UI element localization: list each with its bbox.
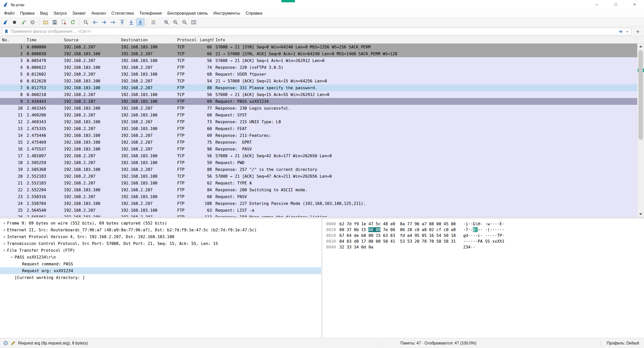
packet-list-scrollbar[interactable] [637, 44, 644, 217]
open-file-icon[interactable] [42, 18, 50, 26]
menu-item-edit[interactable]: Правка [17, 9, 37, 17]
menu-item-statistics[interactable]: Статистика [109, 9, 137, 17]
packet-row-8[interactable]: 80.060210192.168.2.207192.168.103.100TCP… [0, 91, 637, 98]
detail-row-8[interactable]: [Current working directory: ] [0, 274, 321, 281]
scroll-up-icon[interactable] [637, 44, 644, 49]
packet-row-19[interactable]: 192.505368192.168.103.100192.168.2.207FT… [0, 166, 637, 173]
menu-item-view[interactable]: Вид [37, 9, 51, 17]
hex-row[interactable]: 0000b2 7d f9 1e 47 5c 48 a9 8a 77 96 a7 … [326, 221, 644, 227]
menu-item-help[interactable]: Справка [243, 9, 265, 17]
display-filter-input[interactable] [11, 29, 616, 34]
column-header-protocol[interactable]: Protocol [176, 36, 200, 43]
packet-row-24[interactable]: 242.558704192.168.103.100192.168.2.207FT… [0, 200, 637, 207]
packet-row-2[interactable]: 20.000030192.168.103.100192.168.2.207TCP… [0, 50, 637, 57]
packet-row-13[interactable]: 132.475335192.168.2.207192.168.103.100FT… [0, 125, 637, 132]
zoom-100-icon[interactable]: 1:1 [180, 18, 189, 26]
packet-row-20[interactable]: 202.552183192.168.2.207192.168.103.100TC… [0, 173, 637, 180]
zoom-out-icon[interactable] [171, 18, 180, 26]
column-header-destination[interactable]: Destination [120, 36, 176, 43]
packet-row-12[interactable]: 122.469343192.168.103.100192.168.2.207FT… [0, 118, 637, 125]
maximize-button[interactable]: □ [606, 0, 625, 9]
expander-icon[interactable]: › [2, 233, 7, 240]
packet-row-11[interactable]: 112.469206192.168.2.207192.168.103.100FT… [0, 112, 637, 118]
packet-row-21[interactable]: 212.552183192.168.2.207192.168.103.100FT… [0, 180, 637, 186]
expander-icon[interactable]: › [1, 248, 8, 253]
packet-row-9[interactable]: 92.434443192.168.2.207192.168.103.100FTP… [0, 98, 637, 105]
detail-row-5[interactable]: ›PASS xxXX1234\r\n [0, 254, 321, 261]
menu-item-tools[interactable]: Инструменты [211, 9, 243, 17]
packet-row-16[interactable]: 162.475537192.168.103.100192.168.2.207FT… [0, 146, 637, 152]
hex-row[interactable]: 004032 33 34 0d 0a234·· [326, 244, 644, 250]
packet-row-23[interactable]: 232.558316192.168.2.207192.168.103.100FT… [0, 193, 637, 200]
packet-row-1[interactable]: 10.000000192.168.2.207192.168.103.100TCP… [0, 44, 637, 50]
detail-row-3[interactable]: ›Transmission Control Protocol, Src Port… [0, 240, 321, 247]
scrollbar-thumb[interactable] [638, 50, 643, 140]
packet-row-3[interactable]: 30.005479192.168.2.207192.168.103.100TCP… [0, 57, 637, 64]
column-header-no[interactable]: No. [0, 36, 25, 43]
stop-capture-icon[interactable] [10, 18, 19, 26]
restart-capture-icon[interactable] [19, 18, 28, 26]
minimize-button[interactable]: – [587, 0, 606, 9]
menu-item-go[interactable]: Запуск [51, 9, 69, 17]
detail-row-1[interactable]: ›Ethernet II, Src: Routerboardc_77:96:a7… [0, 227, 321, 233]
hex-row[interactable]: 002067 64 de b0 00 15 63 83 fd a4 95 05 … [326, 233, 644, 238]
column-header-source[interactable]: Source [62, 36, 120, 43]
menu-item-wireless[interactable]: Беспроводная связь [165, 9, 211, 17]
filter-dropdown-icon[interactable] [625, 29, 629, 34]
auto-scroll-icon[interactable] [136, 18, 144, 26]
resize-columns-icon[interactable] [190, 18, 198, 26]
find-packet-icon[interactable] [82, 18, 90, 26]
capture-comment-icon[interactable] [11, 340, 16, 346]
colorize-icon[interactable] [149, 18, 158, 26]
hex-row[interactable]: 003004 03 d0 17 00 00 50 41 53 53 20 78 … [326, 238, 644, 244]
packet-row-4[interactable]: 40.006622192.168.103.100192.168.2.207FTP… [0, 64, 637, 71]
packet-row-18[interactable]: 182.505259192.168.2.207192.168.103.100FT… [0, 159, 637, 166]
menu-item-analyze[interactable]: Анализ [89, 9, 108, 17]
scroll-down-icon[interactable] [637, 211, 644, 217]
menu-item-file[interactable]: Файл [1, 9, 17, 17]
packet-row-6[interactable]: 60.012628192.168.103.100192.168.2.207TCP… [0, 78, 637, 84]
packet-cell: TCP [176, 57, 200, 64]
packet-row-22[interactable]: 222.552294192.168.103.100192.168.2.207FT… [0, 186, 637, 193]
detail-row-2[interactable]: ›Internet Protocol Version 4, Src: 192.1… [0, 233, 321, 240]
go-to-last-icon[interactable] [127, 18, 135, 26]
packet-row-15[interactable]: 152.475469192.168.103.100192.168.2.207FT… [0, 139, 637, 146]
reload-file-icon[interactable] [69, 18, 77, 26]
expander-icon[interactable]: › [2, 240, 7, 247]
column-header-length[interactable]: Length [200, 36, 214, 43]
packet-row-14[interactable]: 142.475446192.168.103.100192.168.2.207FT… [0, 132, 637, 139]
capture-options-icon[interactable] [28, 18, 37, 26]
go-to-first-icon[interactable] [118, 18, 126, 26]
close-button[interactable]: × [625, 0, 644, 9]
go-forward-icon[interactable] [100, 18, 108, 26]
status-profile[interactable]: Профиль: Default [603, 341, 641, 345]
add-filter-button[interactable] [633, 28, 642, 35]
column-header-info[interactable]: Info [214, 36, 637, 43]
expander-icon[interactable]: › [9, 255, 15, 260]
hex-row[interactable]: 001000 37 0b 15 40 00 7e 06 06 28 c0 a8 … [326, 227, 644, 233]
zoom-in-icon[interactable] [162, 18, 171, 26]
expander-icon[interactable]: › [2, 220, 7, 227]
bookmark-icon[interactable] [4, 29, 9, 34]
filter-apply-icon[interactable] [618, 29, 623, 34]
go-to-packet-icon[interactable] [109, 18, 117, 26]
column-header-time[interactable]: Time [25, 36, 62, 43]
detail-row-0[interactable]: ›Frame 9: 69 bytes on wire (552 bits), 6… [0, 220, 321, 227]
packet-row-17[interactable]: 172.481097192.168.2.207192.168.103.100TC… [0, 152, 637, 159]
go-back-icon[interactable] [91, 18, 99, 26]
expander-icon[interactable]: › [2, 227, 7, 233]
packet-row-26[interactable]: 262.565061192.168.103.100192.168.2.207FT… [0, 214, 637, 217]
packet-row-7[interactable]: 70.012753192.168.103.100192.168.2.207FTP… [0, 84, 637, 91]
expert-info-icon[interactable] [3, 340, 8, 346]
packet-row-5[interactable]: 50.012602192.168.2.207192.168.103.100FTP… [0, 71, 637, 78]
start-capture-icon[interactable] [1, 18, 10, 26]
close-file-icon[interactable] [60, 18, 68, 26]
detail-row-4[interactable]: ›File Transfer Protocol (FTP) [0, 247, 321, 254]
detail-row-6[interactable]: Request command: PASS [0, 261, 321, 267]
detail-row-7[interactable]: Request arg: xxXX1234 [0, 267, 321, 274]
packet-row-10[interactable]: 102.463345192.168.103.100192.168.2.207FT… [0, 105, 637, 112]
save-file-icon[interactable] [51, 18, 59, 26]
menu-item-telephony[interactable]: Телефония [137, 9, 165, 17]
packet-row-25[interactable]: 252.564540192.168.2.207192.168.103.100FT… [0, 207, 637, 214]
menu-item-capture[interactable]: Захват [69, 9, 89, 17]
